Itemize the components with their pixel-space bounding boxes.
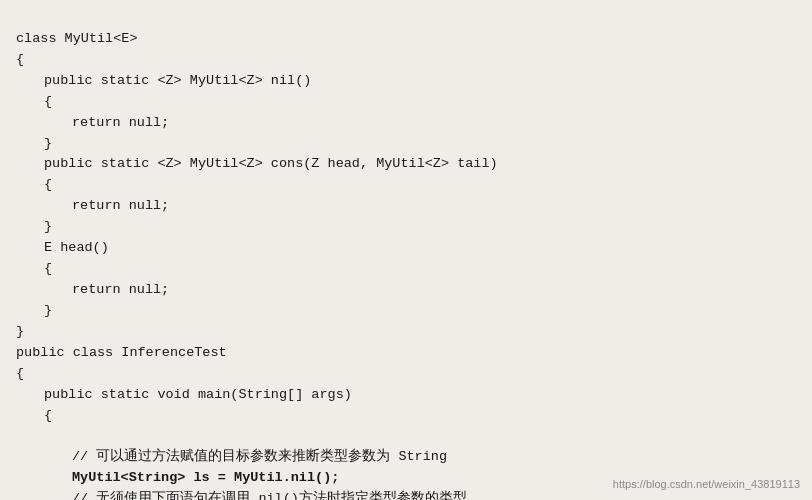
code-line: } <box>16 134 796 155</box>
code-line: return null; <box>16 113 796 134</box>
code-line: } <box>16 322 796 343</box>
code-line: { <box>16 406 796 427</box>
code-line: class MyUtil<E> <box>16 29 796 50</box>
code-line: } <box>16 301 796 322</box>
code-block: class MyUtil<E>{public static <Z> MyUtil… <box>0 0 812 500</box>
code-line: public class InferenceTest <box>16 343 796 364</box>
code-line: E head() <box>16 238 796 259</box>
code-line: // 无须使用下面语句在调用 nil()方法时指定类型参数的类型 <box>16 489 796 500</box>
code-line: return null; <box>16 280 796 301</box>
code-line: public static void main(String[] args) <box>16 385 796 406</box>
code-line: // 可以通过方法赋值的目标参数来推断类型参数为 String <box>16 447 796 468</box>
code-line: public static <Z> MyUtil<Z> cons(Z head,… <box>16 154 796 175</box>
code-line: { <box>16 364 796 385</box>
code-line <box>16 426 796 447</box>
code-line: } <box>16 217 796 238</box>
code-line: public static <Z> MyUtil<Z> nil() <box>16 71 796 92</box>
code-line: { <box>16 259 796 280</box>
code-line: { <box>16 175 796 196</box>
code-line: return null; <box>16 196 796 217</box>
watermark: https://blog.csdn.net/weixin_43819113 <box>613 478 800 490</box>
code-line: { <box>16 92 796 113</box>
code-line: { <box>16 50 796 71</box>
